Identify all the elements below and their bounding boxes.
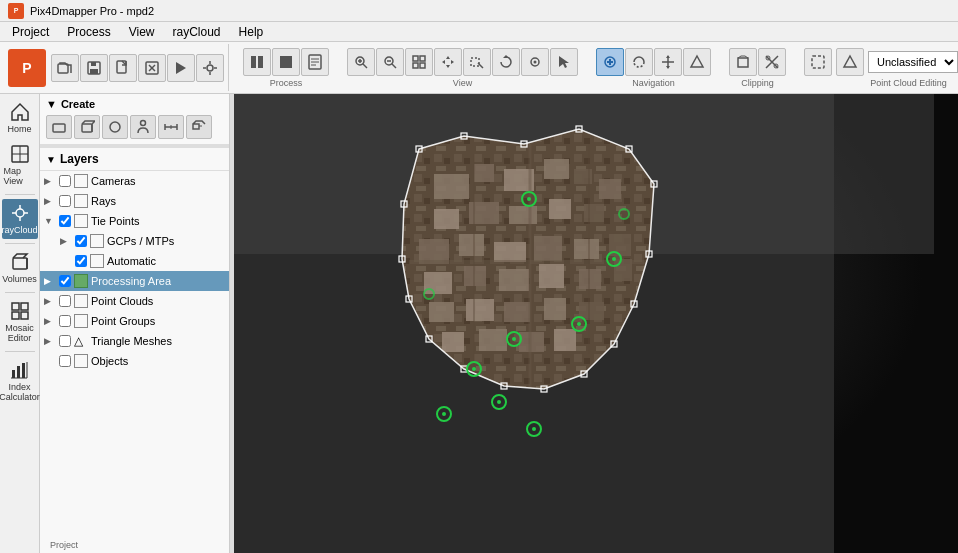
svg-point-160	[532, 427, 536, 431]
clip-button[interactable]	[758, 48, 786, 76]
pan-button[interactable]	[434, 48, 462, 76]
create-section: ▼ Create	[40, 94, 229, 145]
project-label: Project	[50, 540, 78, 550]
pc-edit-btn2[interactable]	[836, 48, 864, 76]
toolbar-process-group: Process	[239, 48, 333, 88]
zoom-out-button[interactable]	[376, 48, 404, 76]
svg-rect-117	[544, 298, 566, 320]
svg-rect-99	[509, 206, 537, 224]
create-surface-btn[interactable]	[46, 115, 72, 139]
point-select-button[interactable]	[521, 48, 549, 76]
pointgroups-checkbox[interactable]	[59, 315, 71, 327]
svg-rect-103	[459, 234, 484, 256]
zoom-rect-button[interactable]	[463, 48, 491, 76]
create-circle-btn[interactable]	[102, 115, 128, 139]
navigation-group-label: Navigation	[632, 78, 675, 88]
create-triangle: ▼	[46, 98, 57, 110]
triangle-mesh-button[interactable]	[683, 48, 711, 76]
process-button[interactable]	[167, 54, 195, 82]
automatic-checkbox[interactable]	[75, 255, 87, 267]
new-project-button[interactable]	[109, 54, 137, 82]
pointclouds-label: Point Clouds	[91, 295, 225, 307]
layers-list: ▶ Cameras ▶ Rays ▼ Tie Points ▶	[40, 171, 229, 553]
volumes-label: Volumes	[2, 274, 37, 284]
gcps-checkbox[interactable]	[75, 235, 87, 247]
select-button[interactable]	[550, 48, 578, 76]
rays-expand[interactable]: ▶	[44, 196, 56, 206]
svg-point-9	[207, 65, 213, 71]
menu-raycloud[interactable]: rayCloud	[165, 23, 229, 41]
process-btns	[243, 48, 329, 76]
layer-trianglemeshes[interactable]: ▶ △ Triangle Meshes	[40, 331, 229, 351]
objects-label: Objects	[91, 355, 225, 367]
create-volume-btn[interactable]	[74, 115, 100, 139]
gcps-expand[interactable]: ▶	[60, 236, 72, 246]
trianglemeshes-checkbox[interactable]	[59, 335, 71, 347]
sidebar-item-mosaic[interactable]: MosaicEditor	[2, 297, 38, 347]
pointgroups-expand[interactable]: ▶	[44, 316, 56, 326]
layer-processing-area[interactable]: ▶ Processing Area	[40, 271, 229, 291]
pointclouds-expand[interactable]: ▶	[44, 296, 56, 306]
tiepoints-expand[interactable]: ▼	[44, 216, 56, 226]
gcps-icon	[90, 234, 104, 248]
stop-process-button[interactable]	[272, 48, 300, 76]
svg-rect-72	[82, 124, 92, 132]
menu-process[interactable]: Process	[59, 23, 118, 41]
menu-help[interactable]: Help	[231, 23, 272, 41]
layer-pointgroups[interactable]: ▶ Point Groups	[40, 311, 229, 331]
create-extra-btn[interactable]	[186, 115, 212, 139]
layer-cameras[interactable]: ▶ Cameras	[40, 171, 229, 191]
create-measure-btn[interactable]	[158, 115, 184, 139]
menu-view[interactable]: View	[121, 23, 163, 41]
objects-checkbox[interactable]	[59, 355, 71, 367]
clip-box-button[interactable]	[729, 48, 757, 76]
tiepoints-checkbox[interactable]	[59, 215, 71, 227]
layer-gcps[interactable]: ▶ GCPs / MTPs	[40, 231, 229, 251]
cameras-checkbox[interactable]	[59, 175, 71, 187]
rotate-nav-button[interactable]	[625, 48, 653, 76]
svg-marker-42	[666, 66, 670, 69]
layer-tiepoints[interactable]: ▼ Tie Points	[40, 211, 229, 231]
trianglemeshes-expand[interactable]: ▶	[44, 336, 56, 346]
create-person-btn[interactable]	[130, 115, 156, 139]
layers-header: ▼ Layers	[40, 148, 229, 171]
processing-expand[interactable]: ▶	[44, 276, 56, 286]
sidebar-item-raycloud[interactable]: rayCloud	[2, 199, 38, 239]
pointclouds-checkbox[interactable]	[59, 295, 71, 307]
save-button[interactable]	[80, 54, 108, 82]
add-point-button[interactable]	[596, 48, 624, 76]
start-process-button[interactable]	[243, 48, 271, 76]
classification-dropdown[interactable]: Unclassified Ground Vegetation Building	[868, 51, 958, 73]
close-project-button[interactable]	[138, 54, 166, 82]
svg-rect-110	[499, 269, 529, 291]
layer-automatic[interactable]: ▶ Automatic	[40, 251, 229, 271]
toolbar-clipping-group: Clipping	[725, 48, 790, 88]
layer-rays[interactable]: ▶ Rays	[40, 191, 229, 211]
rotate-view-button[interactable]	[492, 48, 520, 76]
processing-checkbox[interactable]	[59, 275, 71, 287]
svg-point-55	[16, 209, 24, 217]
layer-objects[interactable]: ▶ Objects	[40, 351, 229, 371]
sidebar-item-home[interactable]: Home	[2, 98, 38, 138]
menu-project[interactable]: Project	[4, 23, 57, 41]
pc-edit-btn1[interactable]	[804, 48, 832, 76]
sidebar-item-mapview[interactable]: Map View	[2, 140, 38, 190]
automatic-label: Automatic	[107, 255, 225, 267]
rays-checkbox[interactable]	[59, 195, 71, 207]
open-button[interactable]	[51, 54, 79, 82]
viewport[interactable]	[234, 94, 958, 553]
clipping-group-label: Clipping	[741, 78, 774, 88]
zoom-in-button[interactable]	[347, 48, 375, 76]
fit-view-button[interactable]	[405, 48, 433, 76]
nav-pan-button[interactable]	[654, 48, 682, 76]
cameras-expand[interactable]: ▶	[44, 176, 56, 186]
log-button[interactable]	[301, 48, 329, 76]
options-button[interactable]	[196, 54, 224, 82]
create-header[interactable]: ▼ Create	[46, 96, 223, 112]
toolbar-project-group: P Project	[4, 44, 229, 91]
sidebar-item-volumes[interactable]: Volumes	[2, 248, 38, 288]
layer-pointclouds[interactable]: ▶ Point Clouds	[40, 291, 229, 311]
objects-icon	[74, 354, 88, 368]
rays-icon	[74, 194, 88, 208]
sidebar-item-index[interactable]: IndexCalculator	[2, 356, 38, 406]
